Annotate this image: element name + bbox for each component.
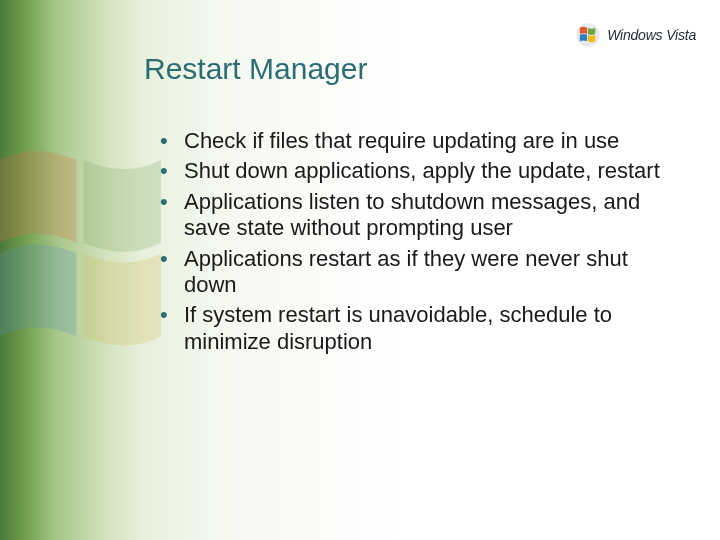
list-item: Applications listen to shutdown messages… bbox=[160, 189, 660, 242]
bullet-list: Check if files that require updating are… bbox=[160, 128, 660, 359]
slide: Windows Vista Restart Manager Check if f… bbox=[0, 0, 720, 540]
logo-text: Windows Vista bbox=[607, 27, 696, 43]
list-item: If system restart is unavoidable, schedu… bbox=[160, 302, 660, 355]
windows-flag-icon bbox=[575, 22, 601, 48]
vista-logo: Windows Vista bbox=[575, 22, 696, 48]
list-item: Shut down applications, apply the update… bbox=[160, 158, 660, 184]
slide-title: Restart Manager bbox=[144, 52, 367, 86]
list-item: Applications restart as if they were nev… bbox=[160, 246, 660, 299]
logo-text-prefix: Windows bbox=[607, 27, 662, 43]
list-item: Check if files that require updating are… bbox=[160, 128, 660, 154]
logo-text-suffix: Vista bbox=[666, 27, 696, 43]
